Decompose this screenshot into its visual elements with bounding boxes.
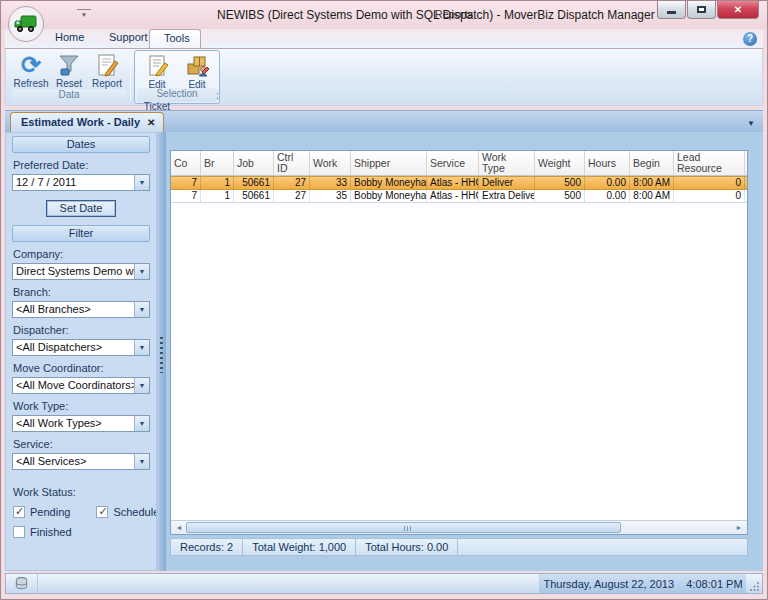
company-label: Company:: [13, 248, 149, 260]
service-select[interactable]: <All Services> ▼: [12, 453, 150, 470]
column-header-job[interactable]: Job: [234, 151, 274, 175]
total-hours: Total Hours: 0.00: [356, 539, 458, 555]
checkbox-icon[interactable]: [96, 506, 108, 518]
chevron-down-icon[interactable]: ▼: [134, 340, 149, 355]
ribbon: ⟳ Refresh Data Reset Filter: [5, 48, 763, 106]
chevron-down-icon[interactable]: ▼: [134, 378, 149, 393]
edit-shipment-button[interactable]: Edit Shipment: [178, 53, 216, 112]
move-coordinator-select[interactable]: <All Move Coordinators> ▼: [12, 377, 150, 394]
close-button[interactable]: ✕: [717, 1, 759, 19]
edit-work-ticket-button[interactable]: Edit Work Ticket: [138, 53, 176, 112]
edit-shipment-icon: [185, 53, 209, 79]
window-status-bar: Thursday, August 22, 2013 4:08:01 PM: [5, 573, 763, 594]
service-label: Service:: [13, 438, 149, 450]
sidebar-splitter[interactable]: [157, 132, 166, 571]
column-header-lead-resource[interactable]: Lead Resource: [674, 151, 745, 175]
pending-checkbox[interactable]: Pending: [13, 506, 70, 518]
records-count: Records: 2: [171, 539, 243, 555]
chevron-down-icon[interactable]: ▼: [134, 175, 149, 190]
ribbon-group-label-data: Data: [12, 89, 126, 103]
edit-work-ticket-icon: [145, 53, 169, 79]
move-coordinator-label: Move Coordinator:: [13, 362, 149, 374]
app-window: ▾ Reports NEWIBS (Direct Systems Demo wi…: [0, 0, 768, 600]
tab-close-icon[interactable]: ✕: [147, 117, 155, 128]
tab-estimated-work-daily[interactable]: Estimated Work - Daily✕: [10, 112, 164, 132]
resize-grip-icon[interactable]: [746, 574, 762, 593]
status-datetime: Thursday, August 22, 2013 4:08:01 PM: [540, 574, 746, 593]
branch-label: Branch:: [13, 286, 149, 298]
work-grid: Co Br Job Ctrl ID Work Shipper Service W…: [170, 150, 748, 535]
chevron-down-icon[interactable]: ▼: [134, 416, 149, 431]
database-icon: [14, 576, 29, 591]
main-area: Dates Preferred Date: 12 / 7 / 2011 ▼ Se…: [1, 132, 767, 573]
work-status-label: Work Status:: [13, 486, 149, 498]
chevron-down-icon[interactable]: ▼: [134, 302, 149, 317]
work-type-select[interactable]: <All Work Types> ▼: [12, 415, 150, 432]
document-tab-strip: Estimated Work - Daily✕ ▼: [5, 110, 763, 132]
column-header-ctrl-id[interactable]: Ctrl ID: [274, 151, 310, 175]
tab-tools[interactable]: Tools: [149, 29, 201, 48]
preferred-date-label: Preferred Date:: [13, 159, 149, 171]
scheduled-checkbox[interactable]: Scheduled: [96, 506, 157, 518]
grid-status-bar: Records: 2 Total Weight: 1,000 Total Hou…: [170, 538, 748, 556]
refresh-icon: ⟳: [21, 52, 41, 78]
scrollbar-thumb[interactable]: [186, 522, 621, 533]
dates-section-header[interactable]: Dates: [12, 136, 150, 153]
ribbon-group-selection: Edit Work Ticket Edit Shipment: [134, 50, 220, 104]
set-date-button[interactable]: Set Date: [46, 200, 116, 217]
chevron-down-icon[interactable]: ▼: [134, 454, 149, 469]
scrollbar-grip-icon: [404, 526, 413, 531]
table-row[interactable]: 7 1 50661 27 35 Bobby Moneyhan Atlas - H…: [171, 190, 747, 203]
dispatcher-select[interactable]: <All Dispatchers> ▼: [12, 339, 150, 356]
column-header-work[interactable]: Work: [310, 151, 351, 175]
title-bar: ▾ Reports NEWIBS (Direct Systems Demo wi…: [1, 1, 767, 29]
app-logo-truck-icon[interactable]: [8, 6, 44, 42]
grid-panel: Co Br Job Ctrl ID Work Shipper Service W…: [166, 132, 763, 571]
document-tab-label: Estimated Work - Daily: [21, 116, 140, 128]
column-header-shipper[interactable]: Shipper: [351, 151, 427, 175]
scroll-right-icon[interactable]: ►: [732, 523, 746, 533]
ribbon-group-separator: [130, 53, 131, 101]
ribbon-group-label-selection: Selection: [137, 88, 217, 102]
status-bar-spacer: [38, 574, 540, 593]
filter-section-header[interactable]: Filter: [12, 225, 150, 242]
total-weight: Total Weight: 1,000: [243, 539, 356, 555]
checkbox-icon[interactable]: [13, 506, 25, 518]
column-header-work-type[interactable]: Work Type: [479, 151, 535, 175]
column-header-employees[interactable]: Em: [745, 151, 747, 175]
minimize-button[interactable]: [657, 1, 686, 19]
column-header-begin[interactable]: Begin: [630, 151, 674, 175]
column-header-hours[interactable]: Hours: [585, 151, 630, 175]
chevron-down-icon[interactable]: ▼: [134, 264, 149, 279]
tab-overflow-dropdown-icon[interactable]: ▼: [747, 119, 755, 128]
maximize-icon: [697, 6, 706, 13]
branch-select[interactable]: <All Branches> ▼: [12, 301, 150, 318]
preferred-date-picker[interactable]: 12 / 7 / 2011 ▼: [12, 174, 150, 191]
splitter-grip-icon: [160, 337, 163, 373]
table-row[interactable]: 7 1 50661 27 33 Bobby Moneyhan Atlas - H…: [171, 176, 747, 190]
column-header-br[interactable]: Br: [201, 151, 234, 175]
horizontal-scrollbar[interactable]: ◄ ►: [171, 520, 747, 534]
quick-access-dropdown-icon[interactable]: ▾: [77, 9, 91, 21]
filter-sidebar: Dates Preferred Date: 12 / 7 / 2011 ▼ Se…: [5, 132, 157, 571]
column-header-weight[interactable]: Weight: [535, 151, 585, 175]
scroll-left-icon[interactable]: ◄: [172, 523, 186, 533]
reset-filter-icon: [57, 52, 81, 78]
tab-home[interactable]: Home: [41, 29, 98, 48]
window-title: NEWIBS (Direct Systems Demo with SQL Dis…: [217, 8, 655, 22]
ribbon-tab-row: Home Support Tools ?: [5, 29, 763, 48]
finished-checkbox[interactable]: Finished: [13, 526, 72, 538]
report-viewer-icon: [95, 52, 119, 78]
ribbon-group-data: ⟳ Refresh Data Reset Filter: [10, 50, 128, 104]
close-icon: ✕: [734, 4, 742, 15]
dispatcher-label: Dispatcher:: [13, 324, 149, 336]
truck-icon: [13, 11, 39, 37]
column-header-co[interactable]: Co: [171, 151, 201, 175]
column-header-service[interactable]: Service: [427, 151, 479, 175]
minimize-icon: [667, 11, 676, 14]
company-select[interactable]: Direct Systems Demo with SQL D ▼: [12, 263, 150, 280]
checkbox-icon[interactable]: [13, 526, 25, 538]
maximize-button[interactable]: [687, 1, 716, 19]
work-type-label: Work Type:: [13, 400, 149, 412]
help-icon[interactable]: ?: [743, 32, 757, 46]
